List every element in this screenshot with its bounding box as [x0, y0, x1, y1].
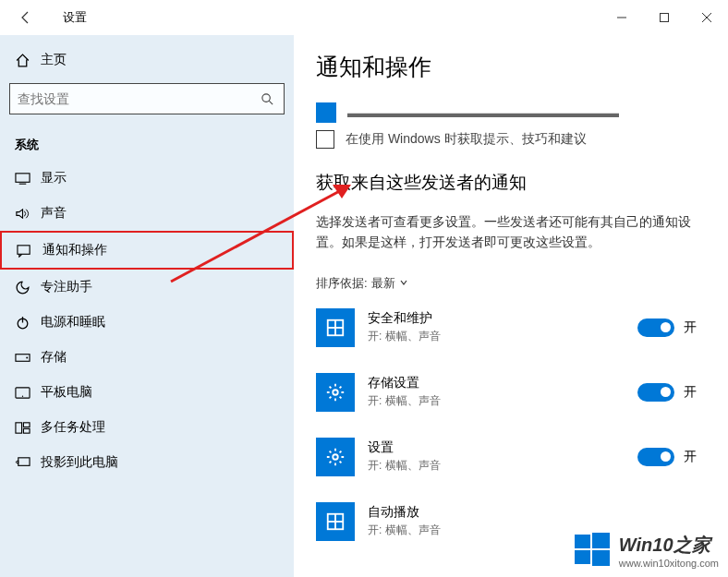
search-icon	[258, 92, 276, 106]
svg-line-3	[269, 101, 273, 104]
svg-rect-16	[18, 457, 30, 465]
sort-dropdown[interactable]: 排序依据: 最新	[316, 275, 706, 292]
security-icon	[316, 308, 355, 347]
svg-rect-15	[23, 428, 30, 433]
sender-sub: 开: 横幅、声音	[368, 329, 637, 344]
search-input[interactable]	[18, 91, 258, 106]
svg-rect-4	[16, 173, 30, 181]
sidebar-item-multitasking[interactable]: 多任务处理	[0, 410, 294, 445]
sidebar-item-label: 平板电脑	[41, 384, 279, 401]
sidebar-item-label: 电源和睡眠	[41, 314, 279, 331]
sidebar-item-focus[interactable]: 专注助手	[0, 270, 294, 305]
svg-rect-29	[575, 550, 590, 564]
sender-list: 安全和维护 开: 横幅、声音 开 存储设置 开: 横幅、声音 开	[316, 308, 706, 541]
watermark-url: www.win10xitong.com	[619, 558, 719, 569]
multitasking-icon	[15, 421, 41, 435]
checkbox-unchecked[interactable]	[316, 130, 334, 149]
sidebar-item-notifications[interactable]: 通知和操作	[0, 231, 294, 270]
toggle-switch[interactable]	[637, 319, 674, 337]
toggle-switch[interactable]	[637, 448, 674, 466]
main-content: 通知和操作 ▬▬▬▬▬▬▬▬▬▬▬▬▬▬▬▬▬▬▬▬▬ 在使用 Windows …	[294, 35, 728, 577]
back-button[interactable]	[9, 1, 42, 34]
sidebar-item-label: 声音	[41, 205, 279, 222]
close-button[interactable]	[686, 1, 728, 34]
svg-point-20	[333, 390, 338, 395]
minimize-button[interactable]	[601, 1, 643, 34]
checkbox-row-tips[interactable]: 在使用 Windows 时获取提示、技巧和建议	[316, 130, 706, 149]
notification-icon	[17, 244, 42, 258]
sidebar-item-storage[interactable]: 存储	[0, 340, 294, 375]
sidebar-item-label: 主页	[41, 52, 279, 68]
sidebar-item-projecting[interactable]: 投影到此电脑	[0, 445, 294, 480]
titlebar: 设置	[0, 0, 728, 35]
svg-rect-6	[18, 245, 30, 253]
sidebar-item-power[interactable]: 电源和睡眠	[0, 305, 294, 340]
gear-icon	[316, 438, 355, 476]
sender-name: 存储设置	[368, 375, 637, 391]
window-title: 设置	[63, 9, 87, 26]
section-description: 选择发送者可查看更多设置。一些发送者还可能有其自己的通知设置。如果是这样，打开发…	[316, 211, 706, 253]
toggle-label: 开	[684, 449, 697, 465]
power-icon	[15, 315, 41, 331]
home-icon	[15, 53, 41, 68]
sender-name: 设置	[368, 439, 637, 456]
svg-point-12	[22, 395, 23, 396]
sidebar-item-label: 通知和操作	[42, 242, 277, 258]
sidebar: 主页 系统 显示 声音 通知和操作 专注助手 电源和	[0, 35, 294, 577]
page-title: 通知和操作	[316, 52, 706, 82]
gear-icon	[316, 373, 355, 412]
checkbox-label: 在使用 Windows 时获取提示、技巧和建议	[346, 131, 587, 148]
maximize-button[interactable]	[643, 1, 686, 34]
sidebar-section-header: 系统	[0, 126, 294, 161]
sender-name: 安全和维护	[368, 310, 637, 327]
checkbox-label-obscured: ▬▬▬▬▬▬▬▬▬▬▬▬▬▬▬▬▬▬▬▬▬	[347, 105, 619, 120]
toggle-switch[interactable]	[637, 383, 674, 402]
projecting-icon	[15, 456, 41, 470]
svg-rect-27	[575, 535, 590, 548]
svg-point-21	[333, 454, 338, 460]
sidebar-item-display[interactable]: 显示	[0, 161, 294, 196]
sender-sub: 开: 横幅、声音	[368, 393, 637, 409]
watermark-title: Win10之家	[619, 533, 719, 558]
svg-rect-28	[592, 533, 610, 548]
windows-logo-icon	[573, 531, 612, 570]
svg-rect-14	[23, 422, 30, 427]
sort-label: 排序依据:	[316, 275, 368, 292]
svg-rect-30	[592, 550, 610, 566]
sidebar-item-label: 投影到此电脑	[41, 454, 279, 471]
sender-item[interactable]: 安全和维护 开: 横幅、声音 开	[316, 308, 706, 347]
search-box[interactable]	[9, 83, 285, 114]
sidebar-item-label: 专注助手	[41, 279, 279, 295]
svg-point-10	[26, 356, 28, 358]
sort-value: 最新	[371, 275, 395, 292]
toggle-label: 开	[684, 319, 697, 336]
sender-item[interactable]: 存储设置 开: 横幅、声音 开	[316, 373, 706, 412]
window-controls	[601, 1, 728, 34]
svg-point-2	[261, 93, 269, 101]
watermark: Win10之家 www.win10xitong.com	[573, 531, 719, 570]
autoplay-icon	[316, 502, 355, 541]
sidebar-item-label: 显示	[41, 170, 279, 186]
chevron-down-icon	[399, 276, 408, 290]
focus-icon	[15, 280, 41, 295]
sound-icon	[15, 207, 41, 221]
sender-name: 自动播放	[368, 504, 706, 521]
storage-icon	[15, 352, 41, 364]
svg-rect-13	[16, 422, 22, 432]
checkbox-row-top[interactable]: ▬▬▬▬▬▬▬▬▬▬▬▬▬▬▬▬▬▬▬▬▬	[316, 102, 706, 123]
sidebar-item-label: 多任务处理	[41, 419, 279, 436]
display-icon	[15, 172, 41, 186]
toggle-label: 开	[684, 384, 697, 401]
sidebar-item-tablet[interactable]: 平板电脑	[0, 375, 294, 410]
sidebar-item-sound[interactable]: 声音	[0, 196, 294, 231]
sidebar-item-label: 存储	[41, 349, 279, 366]
checkbox-checked[interactable]	[316, 102, 336, 123]
sender-sub: 开: 横幅、声音	[368, 458, 637, 474]
svg-rect-1	[661, 14, 669, 22]
tablet-icon	[15, 386, 41, 400]
section-title: 获取来自这些发送者的通知	[316, 171, 706, 195]
sidebar-home[interactable]: 主页	[0, 42, 294, 78]
sender-item[interactable]: 设置 开: 横幅、声音 开	[316, 438, 706, 476]
